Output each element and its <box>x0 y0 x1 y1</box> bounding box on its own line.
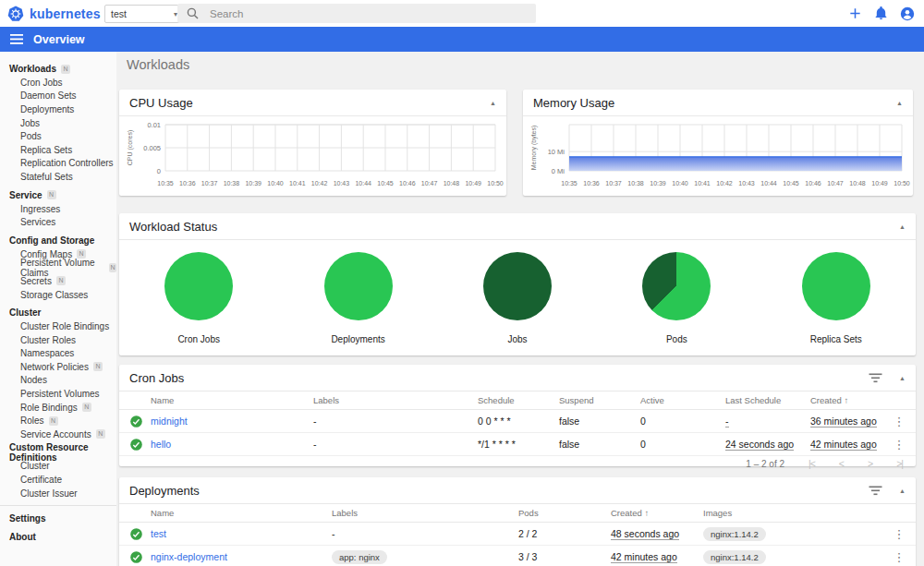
sidebar-section-label: Workloads <box>9 64 56 74</box>
svg-text:10:38: 10:38 <box>627 180 644 187</box>
memory-usage-chart: 10:3510:3610:3710:3810:3910:4010:4110:42… <box>523 116 913 199</box>
namespaced-badge: N <box>56 276 66 285</box>
row-menu-kebab-icon[interactable]: ⋮ <box>882 415 916 428</box>
sidebar-item-cluster-issuer[interactable]: Cluster Issuer <box>0 487 116 500</box>
row-menu-kebab-icon[interactable]: ⋮ <box>882 438 916 452</box>
column-header-active[interactable]: Active <box>640 395 725 405</box>
sidebar-item-services[interactable]: Services <box>0 215 116 229</box>
sidebar-item-service-accounts[interactable]: Service AccountsN <box>0 428 116 441</box>
sidebar-item-jobs[interactable]: Jobs <box>0 116 116 130</box>
sidebar-section-service[interactable]: ServiceN <box>0 188 116 202</box>
row-menu-kebab-icon[interactable]: ⋮ <box>882 527 916 541</box>
row-menu-kebab-icon[interactable]: ⋮ <box>882 550 916 564</box>
pie-chart-label: Cron Jobs <box>177 334 220 344</box>
sidebar-item-label: Storage Classes <box>20 290 88 300</box>
sidebar-item-stateful-sets[interactable]: Stateful Sets <box>0 170 116 184</box>
sidebar-section-label: Config and Storage <box>9 235 94 246</box>
column-header-pods[interactable]: Pods <box>518 508 611 518</box>
svg-text:Memory (bytes): Memory (bytes) <box>530 126 538 171</box>
status-ok-icon <box>130 551 142 563</box>
appbar: Overview <box>0 27 924 52</box>
last-page-button[interactable]: >| <box>896 458 903 469</box>
memory-card-title: Memory Usage <box>533 96 614 110</box>
sidebar-item-persistent-volumes[interactable]: Persistent Volumes <box>0 387 116 401</box>
collapse-icon[interactable]: ▲ <box>899 375 906 381</box>
sidebar-item-cluster-roles[interactable]: Cluster Roles <box>0 333 116 347</box>
column-header-images[interactable]: Images <box>703 508 882 518</box>
sidebar-section-config-and-storage[interactable]: Config and Storage <box>0 234 116 247</box>
sidebar-item-network-policies[interactable]: Network PoliciesN <box>0 360 116 374</box>
notifications-bell-icon[interactable] <box>874 6 888 20</box>
column-header-suspend[interactable]: Suspend <box>559 395 640 405</box>
active-cell: 0 <box>640 415 725 427</box>
column-header-name[interactable]: Name <box>151 395 313 405</box>
previous-page-button[interactable]: < <box>839 458 844 469</box>
svg-text:10:39: 10:39 <box>650 180 666 187</box>
sidebar-item-roles[interactable]: RolesN <box>0 414 116 428</box>
kubernetes-logo[interactable]: kubernetes <box>7 6 101 22</box>
column-header-labels[interactable]: Labels <box>332 508 518 518</box>
filter-icon[interactable] <box>869 486 882 496</box>
next-page-button[interactable]: > <box>868 458 872 469</box>
cron-job-name-link[interactable]: midnight <box>151 415 188 427</box>
sidebar-item-replication-controllers[interactable]: Replication Controllers <box>0 157 116 171</box>
sidebar-item-certificate[interactable]: Certificate <box>0 473 116 487</box>
collapse-icon[interactable]: ▲ <box>896 100 903 106</box>
deployment-name-link[interactable]: test <box>151 528 166 539</box>
sidebar-item-daemon-sets[interactable]: Daemon Sets <box>0 90 116 103</box>
column-header-created[interactable]: Created ↑ <box>810 395 882 405</box>
workload-status-pies: Cron JobsDeploymentsJobsPodsReplica Sets <box>119 240 916 344</box>
sidebar-section-cluster[interactable]: Cluster <box>0 306 116 319</box>
menu-hamburger-icon[interactable] <box>10 34 23 44</box>
search-bar[interactable] <box>177 4 536 23</box>
labels-cell: - <box>313 415 478 427</box>
sidebar-item-cron-jobs[interactable]: Cron Jobs <box>0 76 116 90</box>
svg-text:10:43: 10:43 <box>738 180 755 187</box>
sidebar-item-label: Cluster Roles <box>20 335 76 345</box>
collapse-icon[interactable]: ▲ <box>899 488 906 494</box>
svg-text:10:47: 10:47 <box>827 180 844 187</box>
sidebar-item-storage-classes[interactable]: Storage Classes <box>0 288 116 302</box>
sidebar-section-workloads[interactable]: WorkloadsN <box>0 62 116 76</box>
sidebar-item-cluster-role-bindings[interactable]: Cluster Role Bindings <box>0 319 116 333</box>
deployments-title: Deployments <box>129 484 200 498</box>
sidebar-item-nodes[interactable]: Nodes <box>0 374 116 388</box>
sidebar-item-about[interactable]: About <box>0 530 116 544</box>
search-input[interactable] <box>208 7 489 20</box>
svg-text:10:39: 10:39 <box>245 180 261 187</box>
sidebar-item-replica-sets[interactable]: Replica Sets <box>0 143 116 157</box>
sidebar-item-settings[interactable]: Settings <box>0 512 116 525</box>
sidebar-item-label: Cron Jobs <box>20 78 63 88</box>
column-header-labels[interactable]: Labels <box>313 395 478 405</box>
sidebar-item-namespaces[interactable]: Namespaces <box>0 347 116 361</box>
cpu-card-header: CPU Usage ▲ <box>119 90 506 116</box>
first-page-button[interactable]: |< <box>808 458 815 469</box>
create-resource-icon[interactable] <box>848 6 862 20</box>
column-header-name[interactable]: Name <box>151 508 332 518</box>
column-header-schedule[interactable]: Schedule <box>478 395 559 405</box>
created-cell: 36 minutes ago <box>810 415 882 427</box>
sidebar-item-ingresses[interactable]: Ingresses <box>0 202 116 216</box>
account-user-icon[interactable] <box>900 6 915 21</box>
svg-text:10:42: 10:42 <box>311 180 328 187</box>
memory-usage-card: Memory Usage ▲ 10:3510:3610:3710:3810:39… <box>523 90 913 196</box>
sidebar-divider <box>0 505 116 506</box>
deployment-name-link[interactable]: nginx-deployment <box>151 551 227 562</box>
pods-cell: 2 / 2 <box>518 528 611 539</box>
brand-name: kubernetes <box>30 6 101 21</box>
sidebar-item-persistent-volume-claims[interactable]: Persistent Volume ClaimsN <box>0 261 116 275</box>
cron-job-name-link[interactable]: hello <box>151 439 171 450</box>
memory-card-header: Memory Usage ▲ <box>523 90 913 116</box>
sidebar-section-custom-resource-definitions[interactable]: Custom Resource Definitions <box>0 446 116 460</box>
search-icon <box>187 7 199 19</box>
sidebar-item-pods[interactable]: Pods <box>0 129 116 143</box>
filter-icon[interactable] <box>869 373 882 383</box>
collapse-icon[interactable]: ▲ <box>490 100 496 106</box>
column-header-last-schedule[interactable]: Last Schedule <box>725 395 810 405</box>
collapse-icon[interactable]: ▲ <box>899 223 906 230</box>
sidebar-item-deployments[interactable]: Deployments <box>0 102 116 116</box>
pie-chart-label: Pods <box>666 334 687 344</box>
namespace-selector[interactable]: test ▾ <box>104 5 184 23</box>
column-header-created[interactable]: Created ↑ <box>611 508 703 518</box>
sidebar-item-role-bindings[interactable]: Role BindingsN <box>0 401 116 415</box>
